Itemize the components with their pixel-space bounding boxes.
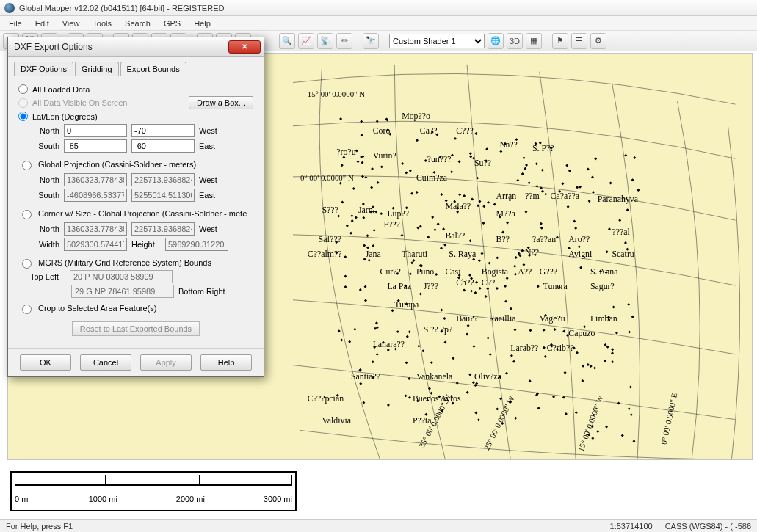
draw-box-button[interactable]: Draw a Box... (189, 96, 253, 109)
svg-text:Arran: Arran (496, 191, 517, 201)
svg-text:0° 00' 0.0000" N: 0° 00' 0.0000" N (300, 173, 354, 182)
lbl-topleft: Top Left (30, 272, 65, 281)
radio-latlon[interactable] (18, 112, 28, 121)
svg-text:???al: ???al (612, 227, 631, 237)
status-scale: 1:53714100 (604, 520, 659, 532)
scale-l1: 1000 mi (89, 495, 117, 503)
lbl-width: Width (33, 240, 59, 249)
input-mgrs-tl (70, 270, 173, 283)
tool-flag-icon[interactable]: ⚑ (552, 33, 568, 49)
menu-edit[interactable]: Edit (29, 18, 55, 29)
svg-text:Casi: Casi (445, 266, 461, 277)
close-icon[interactable]: ✕ (228, 40, 261, 54)
svg-text:Puno: Puno (416, 266, 434, 277)
svg-text:C???pcian: C???pcian (308, 393, 344, 404)
tab-export-bounds[interactable]: Export Bounds (120, 62, 186, 76)
input-global-north (64, 173, 127, 186)
svg-text:Saf???: Saf??? (319, 234, 342, 244)
label-latlon: Lat/Lon (Degrees) (32, 112, 98, 121)
help-button[interactable]: Help (200, 354, 252, 371)
svg-text:C??: C?? (482, 277, 495, 288)
input-latlon-west[interactable] (131, 124, 195, 137)
input-global-south (64, 189, 127, 202)
app-title: Global Mapper v12.02 (b041511) [64-bit] … (19, 4, 224, 12)
menu-file[interactable]: File (3, 18, 28, 29)
svg-text:A??: A?? (518, 266, 532, 277)
svg-text:Vurin?: Vurin? (373, 150, 396, 161)
cancel-button[interactable]: Cancel (80, 354, 131, 371)
svg-text:15° 00' 0.0000" W: 15° 00' 0.0000" W (576, 393, 605, 452)
menu-tools[interactable]: Tools (87, 18, 117, 29)
svg-text:C??alm??: C??alm?? (308, 249, 342, 259)
dialog-titlebar[interactable]: DXF Export Options ✕ (8, 37, 264, 57)
label-crop: Crop to Selected Area Feature(s) (38, 304, 156, 313)
lbl-bottomright: Bottom Right (178, 287, 225, 296)
ok-button[interactable]: OK (20, 354, 71, 371)
svg-text:Na??: Na?? (499, 139, 517, 150)
svg-text:Lup??: Lup?? (387, 208, 409, 219)
svg-text:Vankanela: Vankanela (416, 371, 453, 382)
tool-pencil-icon[interactable]: ✏ (336, 33, 352, 49)
status-hint: For Help, press F1 (0, 520, 604, 532)
tool-chart-icon[interactable]: 📈 (298, 33, 314, 49)
label-visible: All Data Visible On Screen (32, 98, 127, 107)
lbl-height: Height (131, 240, 161, 249)
svg-text:G???: G??? (540, 266, 557, 277)
tool-tower-icon[interactable]: 📡 (317, 33, 333, 49)
lbl-east: East (199, 142, 224, 150)
svg-text:S. P??: S. P?? (532, 143, 554, 153)
input-latlon-south[interactable] (64, 139, 127, 153)
shader-select[interactable]: Custom Shader 1 (389, 34, 485, 48)
input-corner-north (64, 222, 127, 236)
radio-global[interactable] (22, 161, 32, 170)
tool-globe-icon[interactable]: 🌐 (488, 33, 504, 49)
tool-layers2-icon[interactable]: ☰ (571, 33, 587, 49)
svg-text:Turapa: Turapa (394, 299, 419, 310)
svg-text:S???: S??? (322, 205, 338, 215)
tab-dxf-options[interactable]: DXF Options (14, 62, 73, 76)
tool-binoculars-icon[interactable]: 🔭 (363, 33, 379, 49)
label-all-loaded: All Loaded Data (32, 85, 90, 94)
svg-text:Mala??: Mala?? (445, 201, 471, 211)
svg-text:?un???: ?un??? (427, 154, 452, 164)
tool-gear-icon[interactable]: ⚙ (590, 33, 606, 49)
svg-text:Capuzo: Capuzo (568, 328, 595, 338)
svg-text:Valdivia: Valdivia (322, 415, 352, 426)
svg-text:B??: B?? (496, 234, 510, 244)
input-corner-west (131, 222, 195, 236)
radio-crop[interactable] (22, 305, 32, 314)
tool-3dview-icon[interactable]: 3D (507, 33, 523, 49)
svg-text:P??ta: P??ta (413, 415, 432, 426)
input-latlon-north[interactable] (64, 124, 127, 137)
scale-bar: 0 mi 1000 mi 2000 mi 3000 mi (10, 471, 297, 511)
tool-table-icon[interactable]: ▦ (526, 33, 542, 49)
svg-text:Raeillia: Raeillia (489, 313, 517, 324)
svg-text:Bal??: Bal?? (445, 230, 465, 241)
menu-help[interactable]: Help (188, 18, 217, 29)
svg-text:C?rib??: C?rib?? (547, 343, 574, 353)
input-latlon-east[interactable] (131, 139, 195, 153)
svg-text:Santia??: Santia?? (351, 371, 380, 382)
svg-text:Larab??: Larab?? (510, 343, 538, 353)
svg-text:Tunera: Tunera (543, 281, 568, 291)
radio-mgrs[interactable] (22, 259, 32, 269)
radio-corner[interactable] (22, 210, 32, 219)
svg-text:Tharuti: Tharuti (402, 249, 428, 259)
svg-text:Mop??o: Mop??o (402, 111, 430, 121)
tab-gridding[interactable]: Gridding (75, 62, 119, 76)
radio-all-loaded[interactable] (18, 84, 28, 94)
svg-text:Jana: Jana (366, 249, 382, 259)
tool-search-icon[interactable]: 🔍 (279, 33, 295, 49)
svg-text:La Paz: La Paz (387, 281, 411, 291)
svg-text:C???: C??? (456, 125, 474, 136)
svg-text:Ch??: Ch?? (456, 277, 474, 288)
menu-gps[interactable]: GPS (158, 18, 186, 29)
svg-text:F???: F??? (383, 219, 399, 230)
menu-view[interactable]: View (57, 18, 86, 29)
menu-search[interactable]: Search (119, 18, 156, 29)
svg-text:Scatru: Scatru (612, 249, 634, 259)
statusbar: For Help, press F1 1:53714100 CASS (WGS8… (0, 519, 757, 532)
svg-text:??m: ??m (525, 191, 540, 201)
svg-text:?ro?u: ?ro?u (336, 147, 355, 157)
scale-l2: 2000 mi (176, 495, 205, 503)
